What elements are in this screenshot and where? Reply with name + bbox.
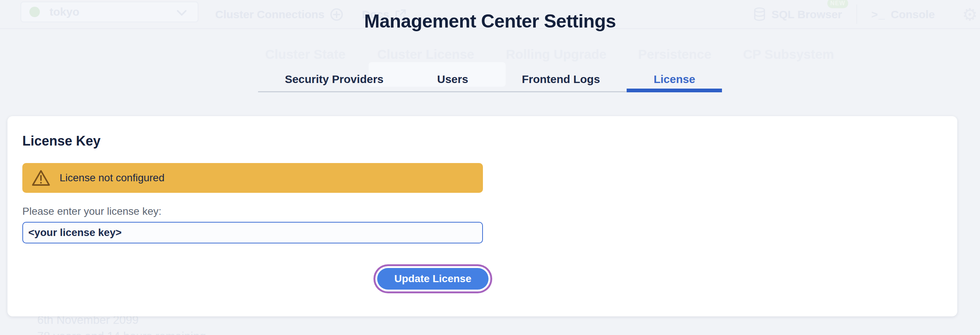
page-title: Management Center Settings	[0, 10, 980, 32]
tab-license[interactable]: License	[627, 73, 722, 91]
warning-banner: License not configured	[22, 163, 483, 193]
warning-triangle-icon	[31, 168, 51, 187]
settings-view: Management Center Settings Security Prov…	[0, 0, 980, 335]
tab-users[interactable]: Users	[410, 73, 495, 91]
warning-message: License not configured	[60, 172, 165, 184]
license-key-panel: License Key License not configured Pleas…	[8, 116, 957, 316]
panel-heading: License Key	[22, 133, 942, 149]
update-license-button[interactable]: Update License	[377, 268, 488, 290]
license-input-label: Please enter your license key:	[22, 205, 942, 218]
tab-frontend-logs[interactable]: Frontend Logs	[495, 73, 627, 91]
license-key-input[interactable]	[22, 222, 483, 243]
settings-tabs: Security Providers Users Frontend Logs L…	[0, 73, 980, 92]
tab-security-providers[interactable]: Security Providers	[258, 73, 410, 91]
